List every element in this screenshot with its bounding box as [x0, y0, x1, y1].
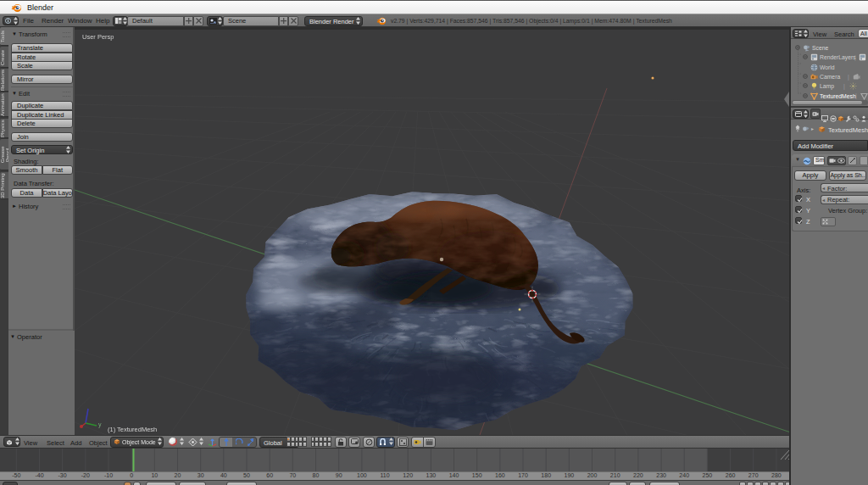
svg-text:y: y [98, 421, 102, 428]
svg-text:User Persp: User Persp [82, 33, 114, 41]
svg-text:(1) TexturedMesh: (1) TexturedMesh [108, 426, 157, 433]
